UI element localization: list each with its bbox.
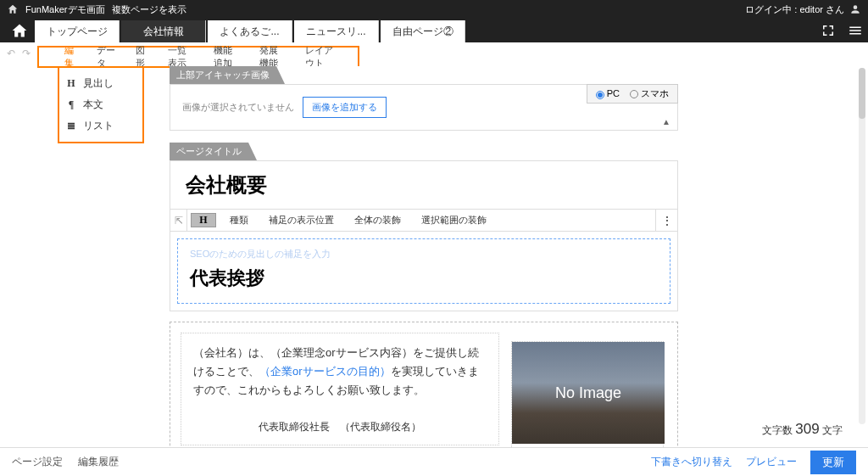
page-title-label: ページタイトル <box>170 143 257 160</box>
topbar: FunMakerデモ画面 複数ページを表示 ログイン中 : editor さん <box>0 0 868 19</box>
update-button[interactable]: 更新 <box>810 451 856 474</box>
fullscreen-icon <box>821 23 836 38</box>
menu-button[interactable] <box>848 23 863 38</box>
undo-button[interactable]: ↶ <box>7 48 15 59</box>
history-buttons: ↶ ↷ <box>7 48 31 59</box>
tab-label: ニュースリ... <box>306 25 365 39</box>
radio-icon <box>596 91 604 99</box>
login-label: ログイン中 : editor さん <box>745 3 844 16</box>
seo-hint-placeholder: SEOのための見出しの補足を入力 <box>190 248 658 260</box>
scrollbar[interactable] <box>859 68 865 424</box>
user-icon[interactable] <box>849 3 861 15</box>
redo-button[interactable]: ↷ <box>22 48 31 59</box>
hamburger-icon <box>848 23 863 38</box>
page-title-value[interactable]: 会社概要 <box>186 171 662 199</box>
home-mini-icon <box>7 3 19 15</box>
submenu: 編集 データ 図形 一覧表示 機能追加 発展機能 レイアウト <box>37 46 359 68</box>
tab-label: よくあるご... <box>220 25 279 39</box>
heading-type-button[interactable]: H <box>191 213 216 227</box>
char-count: 文字数 309 文字 <box>762 421 843 438</box>
insert-panel: H 見出し ¶ 本文 ≣ リスト <box>58 66 144 143</box>
insert-list[interactable]: ≣ リスト <box>66 115 136 137</box>
heading-opt-subpos[interactable]: 補足の表示位置 <box>259 210 344 231</box>
heading-icon: H <box>66 77 76 90</box>
add-image-button[interactable]: 画像を追加する <box>303 97 387 118</box>
heading-body[interactable]: SEOのための見出しの補足を入力 代表挨拶 <box>177 238 670 304</box>
heading-opt-overall[interactable]: 全体の装飾 <box>344 210 411 231</box>
eyecatch-empty-text: 画像が選択されていません <box>182 101 294 114</box>
device-pc-label: PC <box>607 88 620 98</box>
eyecatch-panel: 上部アイキャッチ画像 画像が選択されていません 画像を追加する PC スマホ ▲ <box>170 66 678 131</box>
char-count-value: 309 <box>795 421 819 437</box>
heading-opt-selection[interactable]: 選択範囲の装飾 <box>411 210 497 231</box>
no-image-text: No Image <box>555 384 621 402</box>
scroll-thumb[interactable] <box>859 68 865 119</box>
body-text-link[interactable]: （企業orサービスの目的） <box>259 365 391 378</box>
body-block: （会社名）は、（企業理念orサービス内容）をご提供し続けることで、（企業orサー… <box>170 322 678 447</box>
device-pc[interactable]: PC <box>596 88 620 98</box>
app-title: FunMakerデモ画面 <box>25 3 105 16</box>
heading-toolbar: ⇱ H 種類 補足の表示位置 全体の装飾 選択範囲の装飾 ⋮ <box>170 210 677 232</box>
preview-button[interactable]: プレビュー <box>746 455 797 469</box>
tab-label: トップページ <box>47 25 108 39</box>
heading-value[interactable]: 代表挨拶 <box>190 266 658 291</box>
tab-faq[interactable]: よくあるご... <box>208 20 292 42</box>
nav-row: トップページ 会社情報 よくあるご... ニュースリ... 自由ページ② <box>0 19 868 42</box>
collapse-caret-icon[interactable]: ▲ <box>662 117 670 126</box>
device-sp-label: スマホ <box>641 88 669 98</box>
page-tabs: トップページ 会社情報 よくあるご... ニュースリ... 自由ページ② <box>34 19 466 42</box>
insert-heading[interactable]: H 見出し <box>66 73 136 94</box>
list-icon: ≣ <box>66 120 76 132</box>
body-text-container[interactable]: （会社名）は、（企業理念orサービス内容）をご提供し続けることで、（企業orサー… <box>181 333 499 445</box>
page-title-panel: ページタイトル 会社概要 ⇱ H 種類 補足の表示位置 全体の装飾 選択範囲の装… <box>170 143 678 447</box>
tab-label: 自由ページ② <box>392 25 453 39</box>
tab-free-page[interactable]: 自由ページ② <box>381 20 465 42</box>
switch-draft-button[interactable]: 下書きへ切り替え <box>651 455 732 469</box>
eyecatch-title: 上部アイキャッチ画像 <box>170 66 285 84</box>
insert-label: 見出し <box>83 76 114 91</box>
heading-block: ⇱ H 種類 補足の表示位置 全体の装飾 選択範囲の装飾 ⋮ SEOのための見出… <box>170 210 678 311</box>
app-subtitle: 複数ページを表示 <box>112 3 186 16</box>
fullscreen-button[interactable] <box>821 23 836 38</box>
page-settings-button[interactable]: ページ設定 <box>12 455 63 469</box>
goto-up-icon[interactable]: ⇱ <box>170 210 187 231</box>
insert-label: リスト <box>83 119 114 133</box>
char-count-suffix: 文字 <box>820 424 843 436</box>
home-icon <box>11 22 28 39</box>
insert-label: 本文 <box>83 98 103 112</box>
image-box[interactable]: No Image デモ <box>511 341 664 447</box>
radio-icon <box>630 90 638 98</box>
paragraph-icon: ¶ <box>66 98 76 111</box>
tab-news[interactable]: ニュースリ... <box>294 20 379 42</box>
heading-more-button[interactable]: ⋮ <box>655 210 677 231</box>
tab-company-info[interactable]: 会社情報 <box>121 20 206 42</box>
insert-body[interactable]: ¶ 本文 <box>66 94 136 115</box>
no-image-placeholder: No Image <box>512 342 665 444</box>
edit-history-button[interactable]: 編集履歴 <box>78 455 119 469</box>
tab-top-page[interactable]: トップページ <box>35 20 120 42</box>
char-count-prefix: 文字数 <box>762 424 795 436</box>
body-text[interactable]: （会社名）は、（企業理念orサービス内容）をご提供し続けることで、（企業orサー… <box>193 344 487 400</box>
bottom-bar: ページ設定 編集履歴 下書きへ切り替え プレビュー 更新 <box>0 447 868 476</box>
device-sp[interactable]: スマホ <box>630 87 669 100</box>
body-footer: 代表取締役社長 （代表取締役名） <box>193 400 487 434</box>
heading-opt-kind[interactable]: 種類 <box>220 210 259 231</box>
home-button[interactable] <box>5 19 34 42</box>
device-toggle: PC スマホ <box>587 84 678 104</box>
tab-label: 会社情報 <box>143 25 184 39</box>
